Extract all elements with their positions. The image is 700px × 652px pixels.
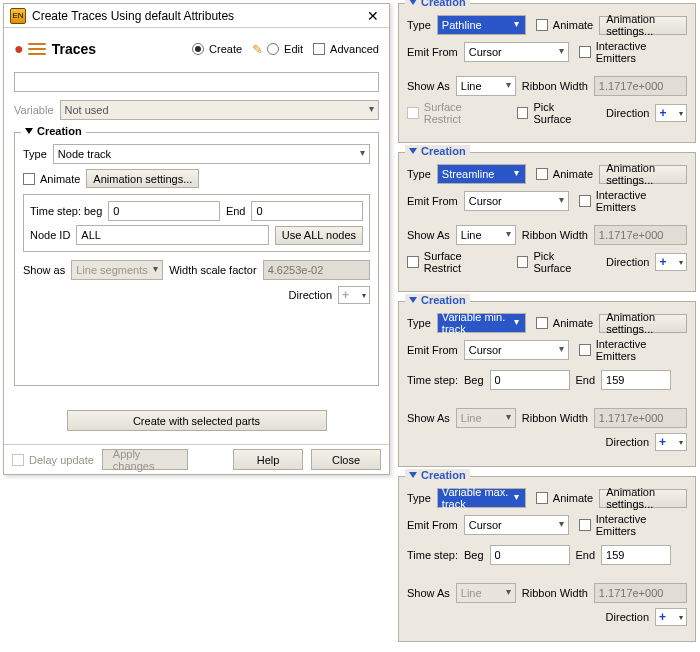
beg-input[interactable] [490, 545, 570, 565]
window-title: Create Traces Using default Attributes [32, 9, 363, 23]
direction-select[interactable]: +▾ [655, 433, 687, 451]
interactive-emitters-checkbox[interactable]: Interactive Emitters [579, 513, 687, 537]
chevron-down-icon [409, 0, 417, 5]
ribbon-width-label: Ribbon Width [522, 229, 588, 241]
timestep-label: Time step: [407, 549, 458, 561]
type-label: Type [407, 168, 431, 180]
animate-checkbox[interactable]: Animate [536, 19, 593, 31]
show-as-select[interactable]: Line [456, 225, 516, 245]
close-button[interactable]: Close [311, 449, 381, 470]
checkbox-icon [407, 256, 419, 268]
direction-label: Direction [289, 289, 332, 301]
animate-checkbox[interactable]: Animate [536, 492, 593, 504]
mode-edit-radio[interactable]: Edit [267, 43, 303, 55]
traces-header: ● Traces Create ✎ Edit Advanced [14, 34, 379, 64]
nodeid-input[interactable] [76, 225, 268, 245]
emit-from-label: Emit From [407, 46, 458, 58]
use-all-nodes-button[interactable]: Use ALL nodes [275, 226, 363, 245]
checkbox-icon [579, 195, 591, 207]
help-button[interactable]: Help [233, 449, 303, 470]
end-input[interactable] [601, 370, 671, 390]
traces-bullet-icon: ● [14, 40, 24, 58]
checkbox-icon [313, 43, 325, 55]
show-as-label: Show As [407, 587, 450, 599]
creation-legend[interactable]: Creation [405, 0, 470, 8]
interactive-emitters-checkbox[interactable]: Interactive Emitters [579, 189, 687, 213]
variable-select[interactable]: Not used [60, 100, 379, 120]
beg-input[interactable] [490, 370, 570, 390]
emit-from-select[interactable]: Cursor [464, 191, 569, 211]
show-as-label: Show As [407, 229, 450, 241]
direction-select[interactable]: +▾ [655, 104, 687, 122]
checkbox-icon [536, 492, 548, 504]
timestep-beg-input[interactable] [108, 201, 220, 221]
animate-checkbox[interactable]: Animate [536, 317, 593, 329]
show-as-label: Show as [23, 264, 65, 276]
pencil-icon: ✎ [252, 42, 263, 57]
direction-label: Direction [606, 107, 649, 119]
timestep-label: Time step: [407, 374, 458, 386]
creation-legend[interactable]: Creation [21, 125, 86, 137]
creation-panel-streamline: Creation Type Streamline Animate Animati… [398, 152, 696, 292]
creation-fieldset: Creation Type Node track Animate Animati… [14, 132, 379, 386]
type-label: Type [407, 317, 431, 329]
close-icon[interactable]: ✕ [363, 8, 383, 24]
animation-settings-button[interactable]: Animation settings... [86, 169, 199, 188]
creation-legend[interactable]: Creation [405, 294, 470, 306]
pick-surface-checkbox[interactable]: Pick Surface [517, 250, 594, 274]
end-label: End [226, 205, 246, 217]
creation-legend[interactable]: Creation [405, 145, 470, 157]
type-select[interactable]: Pathline [437, 15, 526, 35]
animate-checkbox[interactable]: Animate [536, 168, 593, 180]
emit-from-label: Emit From [407, 195, 458, 207]
surface-restrict-checkbox[interactable]: Surface Restrict [407, 101, 501, 125]
beg-label: Beg [464, 549, 484, 561]
show-as-select: Line [456, 408, 516, 428]
delay-update-checkbox[interactable]: Delay update [12, 454, 94, 466]
timestep-end-input[interactable] [251, 201, 363, 221]
dialog-body: ● Traces Create ✎ Edit Advanced Variable… [4, 28, 389, 442]
show-as-select[interactable]: Line [456, 76, 516, 96]
animation-settings-button[interactable]: Animation settings... [599, 16, 687, 35]
direction-select[interactable]: +▾ [655, 253, 687, 271]
animation-settings-button[interactable]: Animation settings... [599, 314, 687, 333]
create-with-parts-button[interactable]: Create with selected parts [67, 410, 327, 431]
chevron-down-icon [409, 472, 417, 478]
type-select[interactable]: Variable max. track [437, 488, 526, 508]
advanced-checkbox[interactable]: Advanced [313, 43, 379, 55]
animation-settings-button[interactable]: Animation settings... [599, 489, 687, 508]
surface-restrict-checkbox[interactable]: Surface Restrict [407, 250, 501, 274]
animate-checkbox[interactable]: Animate [23, 173, 80, 185]
type-select[interactable]: Streamline [437, 164, 526, 184]
animation-settings-button[interactable]: Animation settings... [599, 165, 687, 184]
interactive-emitters-checkbox[interactable]: Interactive Emitters [579, 40, 687, 64]
ribbon-width-label: Ribbon Width [522, 587, 588, 599]
type-label: Type [23, 148, 47, 160]
ribbon-width-label: Ribbon Width [522, 412, 588, 424]
show-as-select: Line segments [71, 260, 163, 280]
emit-from-label: Emit From [407, 519, 458, 531]
chevron-down-icon [409, 297, 417, 303]
width-scale-label: Width scale factor [169, 264, 256, 276]
emit-from-select[interactable]: Cursor [464, 42, 569, 62]
chevron-down-icon [25, 128, 33, 134]
type-select[interactable]: Node track [53, 144, 370, 164]
name-input[interactable] [14, 72, 379, 92]
creation-legend[interactable]: Creation [405, 469, 470, 481]
emit-from-select[interactable]: Cursor [464, 340, 569, 360]
pick-surface-checkbox[interactable]: Pick Surface [517, 101, 594, 125]
titlebar: EN Create Traces Using default Attribute… [4, 4, 389, 28]
beg-label: Beg [464, 374, 484, 386]
type-select[interactable]: Variable min. track [437, 313, 526, 333]
mode-create-radio[interactable]: Create [192, 43, 242, 55]
ribbon-width-input [594, 76, 687, 96]
direction-select[interactable]: +▾ [655, 608, 687, 626]
end-input[interactable] [601, 545, 671, 565]
checkbox-icon [407, 107, 419, 119]
interactive-emitters-checkbox[interactable]: Interactive Emitters [579, 338, 687, 362]
timestep-box: Time step: beg End Node ID Use ALL nodes [23, 194, 370, 252]
emit-from-label: Emit From [407, 344, 458, 356]
emit-from-select[interactable]: Cursor [464, 515, 569, 535]
apply-changes-button[interactable]: Apply changes [102, 449, 188, 470]
checkbox-icon [23, 173, 35, 185]
